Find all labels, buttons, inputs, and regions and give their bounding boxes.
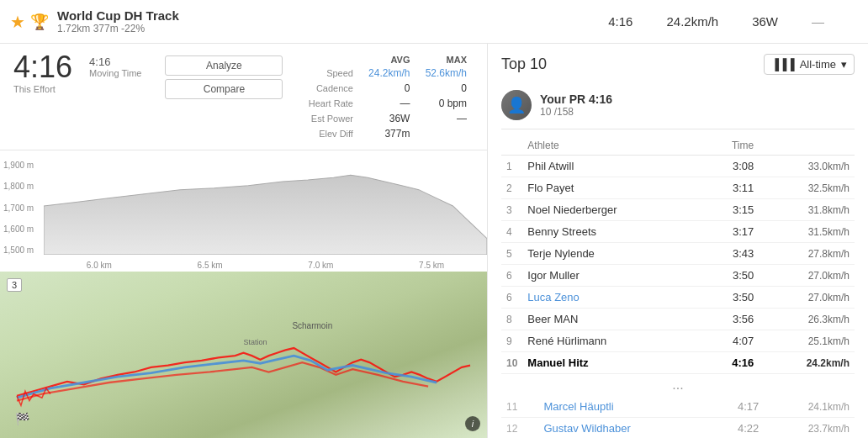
time-cell: 3:50 bbox=[701, 265, 760, 287]
extra-leaderboard-table: 11 Marcel Häuptli 4:17 24.1km/h 12 Gusta… bbox=[501, 396, 855, 438]
avg-col-header: AVG bbox=[360, 54, 417, 66]
stat-label: Heart Rate bbox=[299, 96, 360, 111]
moving-time-block: 4:16 Moving Time bbox=[89, 52, 141, 78]
time-cell: 3:17 bbox=[701, 221, 760, 243]
action-buttons: Analyze Compare bbox=[165, 55, 283, 99]
athlete-cell: Gustav Wildhaber bbox=[538, 418, 708, 439]
effort-time-value: 4:16 bbox=[13, 52, 72, 82]
stat-avg: — bbox=[360, 96, 417, 111]
star-icon[interactable]: ★ bbox=[10, 12, 25, 32]
speed-cell: 26.3km/h bbox=[759, 309, 855, 330]
time-cell: 3:11 bbox=[701, 177, 760, 199]
top10-header: Top 10 ▐▐▐ All-time ▾ bbox=[501, 54, 855, 75]
map-label-station: Station bbox=[244, 338, 267, 346]
speed-cell: 23.7km/h bbox=[764, 418, 855, 439]
analyze-button[interactable]: Analyze bbox=[165, 55, 283, 76]
athlete-cell: Flo Payet bbox=[522, 177, 701, 199]
speed-cell: 27.0km/h bbox=[759, 287, 855, 309]
pr-info: Your PR 4:16 10 /158 bbox=[540, 92, 612, 118]
athlete-cell: René Hürlimann bbox=[522, 330, 701, 352]
moving-time-value: 4:16 bbox=[89, 55, 141, 68]
right-panel: Top 10 ▐▐▐ All-time ▾ 👤 Your PR 4:16 10 … bbox=[488, 44, 868, 438]
map-marker-3: 3 bbox=[7, 278, 22, 292]
rank-cell: 1 bbox=[501, 156, 522, 177]
stat-avg: 36W bbox=[360, 111, 417, 126]
stats-row-item: Cadence 0 0 bbox=[299, 81, 474, 96]
rank-cell: 6 bbox=[501, 265, 522, 287]
alltime-filter[interactable]: ▐▐▐ All-time ▾ bbox=[764, 54, 855, 75]
top10-title: Top 10 bbox=[501, 55, 547, 73]
x-label-75km: 7.5 km bbox=[419, 261, 444, 270]
athlete-cell: Luca Zeno bbox=[522, 287, 701, 309]
leaderboard-row: 1 Phil Atwill 3:08 33.0km/h bbox=[501, 156, 855, 177]
speed-cell: 25.1km/h bbox=[759, 330, 855, 352]
rank-col-header bbox=[501, 136, 522, 156]
athlete-cell: Manuel Hitz bbox=[522, 352, 701, 374]
pr-avatar: 👤 bbox=[501, 90, 532, 120]
top-bar: ★ 🏆 World Cup DH Track 1.72km 377m -22% … bbox=[0, 0, 868, 44]
elev-label-1600: 1,600 m bbox=[3, 224, 40, 234]
stat-max: — bbox=[416, 111, 474, 126]
speed-cell: 33.0km/h bbox=[759, 156, 855, 177]
map-area: 3 Scharmoin Station 🏁 i bbox=[0, 272, 487, 438]
map-label-scharmoin: Scharmoin bbox=[292, 321, 332, 330]
extra-leaderboard-row: 12 Gustav Wildhaber 4:22 23.7km/h bbox=[501, 418, 855, 439]
stat-label: Est Power bbox=[299, 111, 360, 126]
rank-cell: 4 bbox=[501, 221, 522, 243]
stat-max bbox=[416, 126, 474, 141]
stats-row-item: Elev Diff 377m bbox=[299, 126, 474, 141]
map-background: 3 Scharmoin Station 🏁 i bbox=[0, 272, 487, 438]
extra-leaderboard-row: 11 Marcel Häuptli 4:17 24.1km/h bbox=[501, 396, 855, 418]
speed-cell: 31.8km/h bbox=[759, 199, 855, 221]
effort-time-block: 4:16 This Effort bbox=[13, 52, 72, 94]
time-col-header: Time bbox=[701, 136, 760, 156]
rank-cell: 6 bbox=[501, 287, 522, 309]
leaderboard-row: 3 Noel Niederberger 3:15 31.8km/h bbox=[501, 199, 855, 221]
header-time: 4:16 bbox=[608, 14, 632, 29]
more-dots: ... bbox=[501, 374, 855, 396]
elev-label-1700: 1,700 m bbox=[3, 203, 40, 213]
bar-chart-icon: ▐▐▐ bbox=[771, 58, 795, 71]
x-label-6km: 6.0 km bbox=[87, 261, 112, 270]
stat-label: Cadence bbox=[299, 81, 360, 96]
rank-cell: 12 bbox=[501, 418, 538, 439]
time-cell: 3:08 bbox=[701, 156, 760, 177]
elev-label-1500: 1,500 m bbox=[3, 245, 40, 255]
athlete-cell: Terje Nylende bbox=[522, 243, 701, 265]
time-cell: 3:56 bbox=[701, 309, 760, 330]
time-cell: 4:17 bbox=[709, 396, 764, 418]
left-panel: 4:16 This Effort 4:16 Moving Time Analyz… bbox=[0, 44, 488, 438]
leaderboard-row: 8 Beer MAN 3:56 26.3km/h bbox=[501, 309, 855, 330]
speed-cell: 31.5km/h bbox=[759, 221, 855, 243]
stats-row-item: Est Power 36W — bbox=[299, 111, 474, 126]
stat-max: 52.6km/h bbox=[416, 66, 474, 81]
stat-avg: 0 bbox=[360, 81, 417, 96]
athlete-cell: Benny Streets bbox=[522, 221, 701, 243]
leaderboard-row: 6 Igor Muller 3:50 27.0km/h bbox=[501, 265, 855, 287]
chevron-down-icon: ▾ bbox=[841, 58, 847, 71]
pr-rank: 10 /158 bbox=[540, 106, 612, 118]
speed-cell: 24.1km/h bbox=[764, 396, 855, 418]
compare-button[interactable]: Compare bbox=[165, 79, 283, 99]
leaderboard-row: 6 Luca Zeno 3:50 27.0km/h bbox=[501, 287, 855, 309]
speed-cell: 32.5km/h bbox=[759, 177, 855, 199]
leaderboard-row: 10 Manuel Hitz 4:16 24.2km/h bbox=[501, 352, 855, 374]
map-info-icon[interactable]: i bbox=[465, 416, 480, 431]
rank-cell: 5 bbox=[501, 243, 522, 265]
athlete-cell: Marcel Häuptli bbox=[538, 396, 708, 418]
top-bar-icons: ★ 🏆 bbox=[10, 12, 49, 32]
rank-cell: 2 bbox=[501, 177, 522, 199]
speed-cell: 24.2km/h bbox=[759, 352, 855, 374]
rank-cell: 9 bbox=[501, 330, 522, 352]
athlete-col-header: Athlete bbox=[522, 136, 701, 156]
leaderboard-table: Athlete Time 1 Phil Atwill 3:08 33.0km/h… bbox=[501, 136, 855, 374]
athlete-cell: Noel Niederberger bbox=[522, 199, 701, 221]
pr-name: Your PR 4:16 bbox=[540, 92, 612, 106]
header-power: 36W bbox=[752, 14, 778, 29]
speed-cell: 27.0km/h bbox=[759, 265, 855, 287]
stat-max: 0 bbox=[416, 81, 474, 96]
time-cell: 4:07 bbox=[701, 330, 760, 352]
pr-box: 👤 Your PR 4:16 10 /158 bbox=[501, 83, 855, 129]
effort-time-label: This Effort bbox=[13, 84, 72, 94]
trophy-icon: 🏆 bbox=[30, 13, 49, 31]
